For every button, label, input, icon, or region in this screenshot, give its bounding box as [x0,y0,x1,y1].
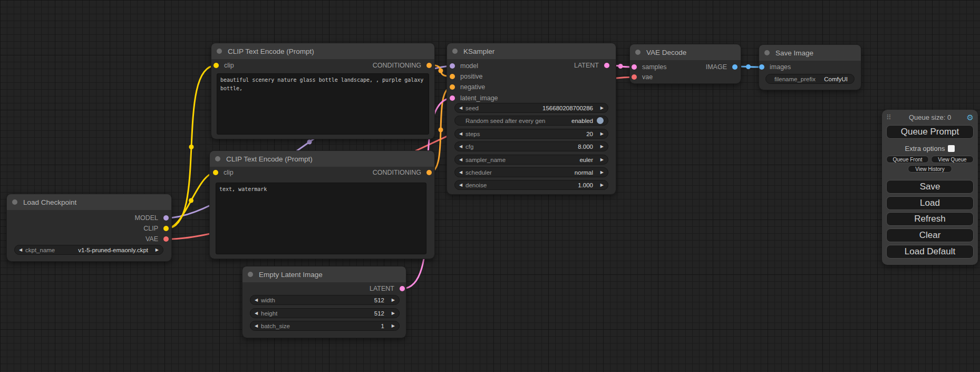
sampler-name-widget[interactable]: sampler_name euler [454,155,608,165]
increment-icon[interactable] [597,132,604,136]
decrement-icon[interactable] [19,248,25,252]
queue-front-button[interactable]: Queue Front [886,156,929,163]
increment-icon[interactable] [389,298,395,302]
increment-icon[interactable] [389,324,395,328]
decrement-icon[interactable] [459,170,465,175]
collapse-dot-icon[interactable] [215,156,220,161]
output-conditioning: CONDITIONING [373,169,432,176]
decrement-icon[interactable] [459,158,465,162]
queue-prompt-button[interactable]: Queue Prompt [886,125,974,139]
input-samples: samples [632,63,667,71]
cfg-widget[interactable]: cfg 8.000 [454,141,608,151]
queue-panel-header: Queue size: 0 [882,113,978,122]
vae-port-icon[interactable] [163,236,169,242]
prompt-textarea[interactable]: text, watermark [216,183,426,254]
latent-port-icon[interactable] [632,64,637,70]
node-save-image: Save Image images filename_prefix ComfyU… [759,45,861,90]
node-title: KSampler [463,47,494,55]
node-vae-decode: VAE Decode samples vae IMAGE [630,44,741,83]
filename-prefix-widget[interactable]: filename_prefix ComfyUI [765,74,855,84]
save-button[interactable]: Save [886,180,974,194]
output-clip: CLIP [143,225,169,232]
link-dot [307,140,312,145]
collapse-dot-icon[interactable] [452,49,458,54]
graph-canvas[interactable]: Load Checkpoint MODEL CLIP VAE ckpt_name… [0,0,980,372]
node-title: Empty Latent Image [259,271,323,279]
toggle-on-icon[interactable] [597,117,604,124]
clip-port-icon[interactable] [214,63,219,68]
node-title: CLIP Text Encode (Prompt) [228,47,314,55]
collapse-dot-icon[interactable] [635,50,641,55]
decrement-icon[interactable] [459,145,465,149]
node-titlebar[interactable]: Save Image [759,45,861,61]
seed-widget[interactable]: seed 156680208700286 [454,103,608,113]
random-seed-toggle-widget[interactable]: Random seed after every gen enabled [454,116,608,126]
load-default-button[interactable]: Load Default [886,245,974,259]
conditioning-port-icon[interactable] [426,63,432,68]
clip-port-icon[interactable] [163,226,169,231]
image-port-icon[interactable] [759,64,764,70]
queue-size-label: Queue size: 0 [882,113,978,121]
denoise-widget[interactable]: denoise 1.000 [454,180,608,190]
input-model: model [450,62,478,70]
increment-icon[interactable] [597,183,604,187]
conditioning-port-icon[interactable] [450,84,455,90]
node-titlebar[interactable]: CLIP Text Encode (Prompt) [210,151,434,167]
vae-port-icon[interactable] [632,74,637,80]
steps-widget[interactable]: steps 20 [454,129,608,139]
node-titlebar[interactable]: KSampler [447,43,616,59]
view-history-button[interactable]: View History [908,165,952,173]
node-title: Load Checkpoint [23,198,76,206]
model-port-icon[interactable] [450,63,455,69]
collapse-dot-icon[interactable] [12,199,17,205]
link-dot [439,69,443,73]
node-titlebar[interactable]: Empty Latent Image [242,266,406,282]
model-port-icon[interactable] [163,215,169,221]
image-port-icon[interactable] [732,64,738,70]
conditioning-port-icon[interactable] [450,74,455,79]
collapse-dot-icon[interactable] [217,49,222,54]
input-clip: clip [213,169,234,176]
decrement-icon[interactable] [255,298,261,302]
latent-port-icon[interactable] [604,63,609,68]
node-title: VAE Decode [646,49,686,56]
decrement-icon[interactable] [459,106,465,110]
decrement-icon[interactable] [255,311,261,316]
output-vae: VAE [145,235,169,243]
increment-icon[interactable] [152,248,159,252]
collapse-dot-icon[interactable] [248,272,253,277]
node-titlebar[interactable]: Load Checkpoint [7,194,171,210]
clip-port-icon[interactable] [213,170,218,175]
clear-button[interactable]: Clear [886,228,974,242]
load-button[interactable]: Load [886,196,974,210]
node-titlebar[interactable]: VAE Decode [630,44,741,60]
height-widget[interactable]: height 512 [250,308,400,318]
ckpt-name-widget[interactable]: ckpt_name v1-5-pruned-emaonly.ckpt [14,245,163,255]
increment-icon[interactable] [597,106,604,110]
input-negative: negative [450,83,485,91]
refresh-button[interactable]: Refresh [886,212,974,226]
decrement-icon[interactable] [459,183,465,187]
latent-port-icon[interactable] [400,286,405,291]
link-dot [746,64,751,69]
increment-icon[interactable] [597,145,604,149]
prompt-textarea[interactable]: beautiful scenery nature glass bottle la… [217,73,429,135]
view-queue-button[interactable]: View Queue [931,156,974,163]
decrement-icon[interactable] [459,132,465,136]
node-clip-text-encode-positive: CLIP Text Encode (Prompt) clip CONDITION… [211,43,434,139]
batch-size-widget[interactable]: batch_size 1 [250,321,400,331]
increment-icon[interactable] [597,158,604,162]
decrement-icon[interactable] [255,324,261,328]
conditioning-port-icon[interactable] [426,170,432,175]
increment-icon[interactable] [389,311,395,316]
extra-options-checkbox[interactable] [948,145,955,152]
collapse-dot-icon[interactable] [764,50,770,55]
link-dot [189,145,194,149]
output-latent: LATENT [370,285,405,292]
settings-gear-icon[interactable] [967,113,974,122]
scheduler-widget[interactable]: scheduler normal [454,167,608,177]
latent-port-icon[interactable] [450,96,455,101]
increment-icon[interactable] [597,170,604,175]
node-titlebar[interactable]: CLIP Text Encode (Prompt) [211,43,434,59]
width-widget[interactable]: width 512 [250,295,400,305]
